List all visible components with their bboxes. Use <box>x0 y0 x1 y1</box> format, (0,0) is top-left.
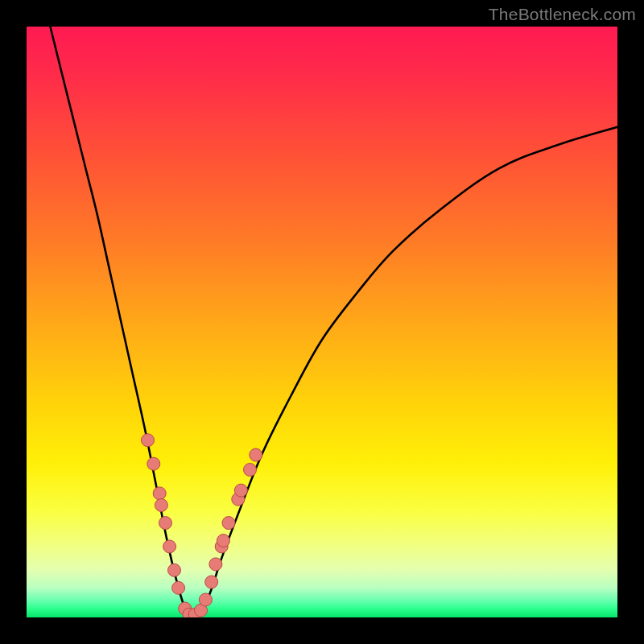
curve-marker <box>217 535 229 547</box>
curve-marker <box>222 517 235 530</box>
curve-marker <box>168 564 181 576</box>
curve-layer <box>27 27 617 617</box>
curve-marker <box>142 434 155 447</box>
curve-markers <box>142 434 262 617</box>
plot-area <box>27 27 617 617</box>
curve-marker <box>199 593 212 606</box>
curve-marker <box>250 448 262 461</box>
curve-marker <box>209 558 222 571</box>
chart-frame: TheBottleneck.com <box>0 0 644 644</box>
curve-marker <box>244 464 257 477</box>
curve-marker <box>172 581 185 594</box>
curve-marker <box>234 484 247 497</box>
curve-marker <box>163 540 176 553</box>
watermark-text: TheBottleneck.com <box>489 5 636 24</box>
curve-marker <box>205 576 218 588</box>
curve-marker <box>159 517 172 530</box>
curve-marker <box>155 499 167 512</box>
curve-marker <box>153 487 166 500</box>
curve-marker <box>147 457 160 470</box>
bottleneck-curve <box>50 27 617 617</box>
